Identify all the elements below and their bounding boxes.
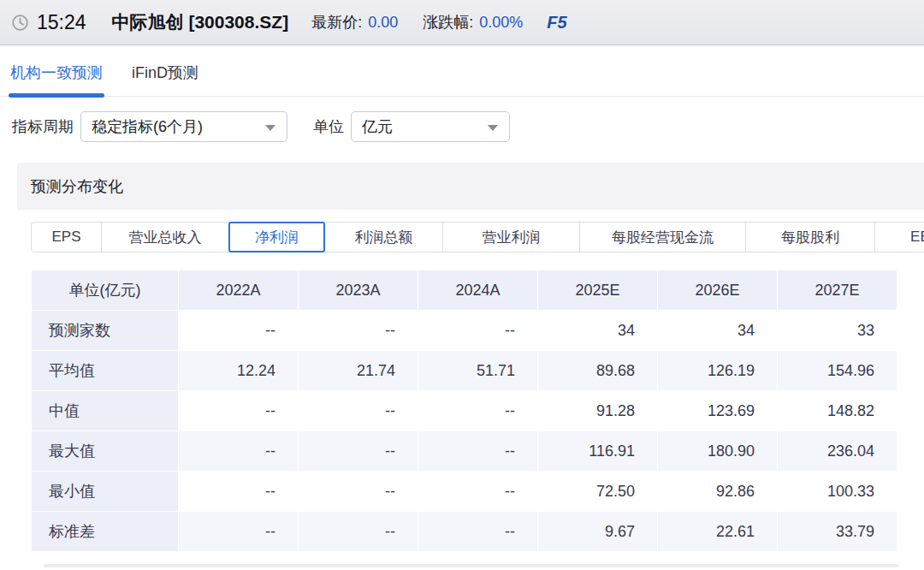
period-select-value: 稳定指标(6个月) bbox=[92, 116, 203, 137]
table-row: 标准差------9.6722.6133.79 bbox=[32, 512, 897, 552]
table-cell: -- bbox=[299, 472, 418, 512]
nav-tabs: 机构一致预测iFinD预测 bbox=[0, 45, 924, 97]
row-label: 平均值 bbox=[32, 351, 179, 391]
row-label: 预测家数 bbox=[32, 311, 179, 351]
metric-tab[interactable]: 每股经营现金流 bbox=[580, 223, 746, 252]
table-row: 中值------91.28123.69148.82 bbox=[32, 391, 897, 431]
stock-title: 中际旭创 [300308.SZ] bbox=[112, 10, 289, 34]
table-cell: -- bbox=[418, 431, 538, 472]
table-cell: 34 bbox=[658, 311, 778, 351]
table-cell: 148.82 bbox=[778, 391, 897, 431]
latest-price-label: 最新价: bbox=[311, 12, 362, 33]
table-cell: -- bbox=[418, 311, 538, 351]
table-cell: -- bbox=[179, 512, 299, 552]
latest-price-value: 0.00 bbox=[368, 14, 398, 32]
chevron-down-icon bbox=[488, 125, 498, 131]
table-cell: 9.67 bbox=[538, 512, 658, 552]
unit-select[interactable]: 亿元 bbox=[351, 111, 510, 142]
column-header: 2027E bbox=[778, 270, 897, 311]
panel-content: EPS营业总收入净利润利润总额营业利润每股经营现金流每股股利EBIT 单位(亿元… bbox=[17, 210, 924, 570]
table-cell: 180.90 bbox=[658, 431, 778, 472]
metric-tab[interactable]: EPS bbox=[32, 223, 102, 252]
table-cell: 100.33 bbox=[778, 472, 897, 512]
table-cell: -- bbox=[418, 472, 538, 512]
table-row: 最小值------72.5092.86100.33 bbox=[32, 472, 897, 512]
table-cell: 89.68 bbox=[538, 351, 658, 391]
table-cell: 12.24 bbox=[179, 351, 299, 391]
table-cell: 21.74 bbox=[299, 351, 418, 391]
nav-tab[interactable]: 机构一致预测 bbox=[9, 62, 104, 96]
metric-tab[interactable]: 营业利润 bbox=[443, 223, 580, 252]
forecast-panel: 预测分布变化 EPS营业总收入净利润利润总额营业利润每股经营现金流每股股利EBI… bbox=[17, 163, 924, 570]
table-cell: 33 bbox=[778, 311, 897, 351]
row-label: 标准差 bbox=[32, 512, 179, 552]
table-cell: 236.04 bbox=[778, 431, 897, 472]
refresh-f5-button[interactable]: F5 bbox=[547, 13, 566, 33]
table-cell: -- bbox=[179, 391, 299, 431]
panel-title: 预测分布变化 bbox=[17, 163, 924, 210]
unit-label: 单位 bbox=[313, 116, 344, 137]
table-cell: -- bbox=[179, 472, 299, 512]
table-cell: 33.79 bbox=[778, 512, 897, 552]
current-time: 15:24 bbox=[37, 11, 86, 34]
table-cell: -- bbox=[299, 431, 418, 472]
table-cell: -- bbox=[299, 512, 418, 552]
row-label: 最大值 bbox=[32, 431, 179, 472]
metric-tab[interactable]: 净利润 bbox=[229, 223, 325, 252]
table-row: 预测家数------343433 bbox=[32, 311, 897, 351]
period-label: 指标周期 bbox=[12, 116, 74, 137]
metric-tab[interactable]: 利润总额 bbox=[325, 223, 443, 252]
nav-tab[interactable]: iFinD预测 bbox=[130, 62, 200, 96]
table-cell: 154.96 bbox=[778, 351, 897, 391]
table-header-row: 单位(亿元)2022A2023A2024A2025E2026E2027E bbox=[32, 270, 897, 311]
change-label: 涨跌幅: bbox=[423, 12, 473, 33]
change-value: 0.00% bbox=[479, 14, 523, 32]
table-cell: -- bbox=[299, 311, 418, 351]
table-cell: 22.61 bbox=[658, 512, 778, 552]
clock-icon bbox=[11, 14, 29, 32]
row-label: 最小值 bbox=[32, 472, 179, 512]
chevron-down-icon bbox=[265, 125, 275, 131]
table-cell: -- bbox=[179, 431, 299, 472]
metric-tabs: EPS营业总收入净利润利润总额营业利润每股经营现金流每股股利EBIT bbox=[31, 222, 924, 252]
table-cell: 116.91 bbox=[538, 431, 658, 472]
table-row: 平均值12.2421.7451.7189.68126.19154.96 bbox=[32, 351, 897, 391]
next-section-divider bbox=[44, 564, 899, 567]
table-cell: -- bbox=[418, 391, 538, 431]
table-cell: 34 bbox=[538, 311, 658, 351]
column-header: 2026E bbox=[658, 270, 778, 311]
metric-tab[interactable]: 每股股利 bbox=[746, 223, 875, 252]
table-cell: 91.28 bbox=[538, 391, 658, 431]
table-row: 最大值------116.91180.90236.04 bbox=[32, 431, 897, 472]
table-cell: 123.69 bbox=[658, 391, 778, 431]
metric-tab[interactable]: 营业总收入 bbox=[102, 223, 229, 252]
top-bar: 15:24 中际旭创 [300308.SZ] 最新价: 0.00 涨跌幅: 0.… bbox=[0, 0, 924, 45]
table-cell: -- bbox=[179, 311, 299, 351]
table-cell: -- bbox=[299, 391, 418, 431]
table-cell: -- bbox=[418, 512, 538, 552]
column-header: 2024A bbox=[418, 270, 538, 311]
column-header: 2025E bbox=[538, 270, 658, 311]
column-header: 2023A bbox=[299, 270, 418, 311]
metric-tab[interactable]: EBIT bbox=[875, 223, 924, 252]
filter-row: 指标周期 稳定指标(6个月) 单位 亿元 bbox=[12, 111, 924, 142]
table-cell: 51.71 bbox=[418, 351, 538, 391]
period-select[interactable]: 稳定指标(6个月) bbox=[80, 111, 287, 142]
table-body: 预测家数------343433平均值12.2421.7451.7189.681… bbox=[32, 311, 897, 552]
table-cell: 72.50 bbox=[538, 472, 658, 512]
column-header: 2022A bbox=[179, 270, 299, 311]
unit-select-value: 亿元 bbox=[362, 116, 393, 137]
table-cell: 126.19 bbox=[658, 351, 778, 391]
row-label: 中值 bbox=[32, 391, 179, 431]
column-header: 单位(亿元) bbox=[32, 270, 179, 311]
forecast-table: 单位(亿元)2022A2023A2024A2025E2026E2027E 预测家… bbox=[31, 270, 897, 552]
table-cell: 92.86 bbox=[658, 472, 778, 512]
